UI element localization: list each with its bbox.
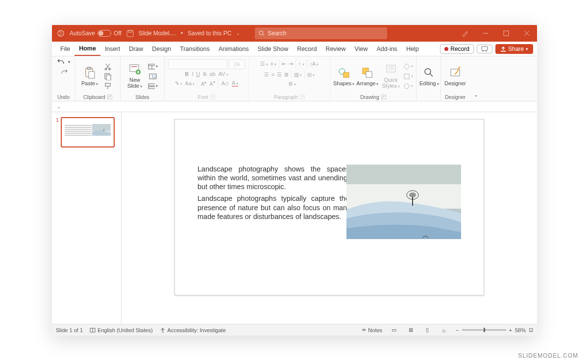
slide[interactable]: Landscape photography shows the spaces w… <box>174 119 484 295</box>
new-slide-button[interactable]: New Slide <box>123 63 146 89</box>
zoom-out-button[interactable]: − <box>456 327 459 333</box>
spacing-button[interactable]: AV <box>219 71 228 77</box>
cut-button[interactable] <box>103 62 113 71</box>
tab-insert[interactable]: Insert <box>100 42 124 56</box>
reset-button[interactable] <box>148 72 158 81</box>
tab-slideshow[interactable]: Slide Show <box>253 42 293 56</box>
text-direction-button[interactable]: ↕A <box>310 61 319 67</box>
search-input[interactable]: Search <box>255 27 387 39</box>
font-launcher[interactable]: ⤢ <box>210 95 215 99</box>
pen-icon[interactable] <box>455 25 475 42</box>
strike-button[interactable]: S <box>203 71 206 77</box>
designer-button[interactable]: Designer <box>444 67 466 86</box>
ribbon-collapse-chevron[interactable]: ⌄ <box>474 92 478 98</box>
tab-design[interactable]: Design <box>147 42 175 56</box>
fit-to-window-button[interactable]: ⊡ <box>529 327 533 333</box>
paste-button[interactable]: Paste <box>78 67 101 86</box>
line-spacing-button[interactable]: ↕ <box>298 61 304 67</box>
bullet: • <box>181 30 183 37</box>
present-button[interactable] <box>477 45 492 53</box>
arrange-button[interactable]: Arrange <box>356 67 378 86</box>
share-button[interactable]: Share ▾ <box>495 44 533 54</box>
font-color-button[interactable]: A <box>232 80 238 87</box>
paragraph-launcher[interactable]: ⤢ <box>300 95 305 99</box>
shapes-button[interactable]: Shapes <box>333 67 354 86</box>
slide-paragraph-2: Landscape photographs typically capture … <box>197 194 349 220</box>
qat-row: ⌄ <box>52 101 537 112</box>
redo-button[interactable] <box>59 67 69 76</box>
qat-chevron-icon[interactable]: ⌄ <box>57 104 61 109</box>
underline-button[interactable]: U <box>196 71 200 77</box>
tab-draw[interactable]: Draw <box>124 42 147 56</box>
group-label-undo: Undo <box>55 94 72 100</box>
tab-review[interactable]: Review <box>321 42 350 56</box>
tab-home[interactable]: Home <box>74 42 100 56</box>
maximize-button[interactable] <box>496 25 516 42</box>
justify-button[interactable]: ≣ <box>284 72 289 78</box>
font-size-input[interactable]: 24 <box>228 59 245 69</box>
toggle-switch[interactable] <box>98 30 111 37</box>
tab-view[interactable]: View <box>350 42 372 56</box>
accessibility-status[interactable]: Accessibility: Investigate <box>160 327 226 333</box>
slide-thumbnail-1[interactable] <box>61 117 115 147</box>
layout-button[interactable] <box>148 62 158 71</box>
shadow-button[interactable]: ab <box>210 71 216 77</box>
tab-animations[interactable]: Animations <box>214 42 253 56</box>
zoom-slider[interactable] <box>462 329 506 331</box>
slide-image[interactable] <box>346 165 461 239</box>
shape-outline-button[interactable] <box>403 72 413 81</box>
zoom-in-button[interactable]: + <box>509 327 512 333</box>
align-center-button[interactable]: ≡ <box>271 72 274 77</box>
normal-view-button[interactable]: ▭ <box>389 327 399 333</box>
case-button[interactable]: Aa <box>185 80 195 86</box>
align-right-button[interactable]: ☰ <box>277 72 282 78</box>
tab-transitions[interactable]: Transitions <box>175 42 214 56</box>
notes-button[interactable]: ≐Notes <box>362 327 382 333</box>
tab-addins[interactable]: Add-ins <box>372 42 401 56</box>
reading-view-button[interactable]: ▯ <box>422 327 432 333</box>
bullets-button[interactable]: ☰ <box>260 61 268 67</box>
tab-record[interactable]: Record <box>293 42 321 56</box>
close-button[interactable] <box>516 25 537 42</box>
format-painter-button[interactable] <box>103 82 113 91</box>
drawing-launcher[interactable]: ⤢ <box>381 95 386 99</box>
language-indicator[interactable]: English (United States) <box>90 327 153 333</box>
decrease-font-button[interactable]: A▾ <box>209 80 215 87</box>
copy-button[interactable] <box>103 72 113 81</box>
align-text-button[interactable]: ⊟ <box>307 72 315 78</box>
decrease-indent-button[interactable]: ⇤ <box>282 61 286 67</box>
editing-button[interactable]: Editing <box>419 67 439 86</box>
save-icon[interactable] <box>126 30 134 37</box>
sorter-view-button[interactable]: ⊞ <box>406 327 416 333</box>
increase-font-button[interactable]: A▴ <box>201 80 206 87</box>
minimize-button[interactable] <box>475 25 496 42</box>
slide-canvas[interactable]: Landscape photography shows the spaces w… <box>122 112 537 324</box>
bold-button[interactable]: B <box>185 71 189 77</box>
autosave-toggle[interactable]: AutoSave Off <box>70 30 122 37</box>
numbering-button[interactable]: ≡ <box>270 61 276 67</box>
autosave-state: Off <box>114 30 122 37</box>
powerpoint-window: AutoSave Off Slide Model.... • Saved to … <box>52 25 537 336</box>
clipboard-launcher[interactable]: ⤢ <box>107 95 112 99</box>
quick-styles-button[interactable]: Quick Styles <box>380 63 401 89</box>
undo-button[interactable]: ▾ <box>57 58 70 65</box>
align-left-button[interactable]: ☰ <box>264 72 269 78</box>
record-button[interactable]: Record <box>440 44 474 54</box>
zoom-level[interactable]: 58% <box>515 327 526 333</box>
smartart-button[interactable]: ⚙ <box>288 81 296 87</box>
save-status-chevron[interactable]: ⌄ <box>236 31 240 36</box>
highlight-button[interactable]: ✎ <box>175 80 182 87</box>
clear-format-button[interactable]: A◇ <box>221 80 229 87</box>
columns-button[interactable]: ▥ <box>294 72 302 78</box>
slide-text-box[interactable]: Landscape photography shows the spaces w… <box>197 165 349 224</box>
increase-indent-button[interactable]: ⇥ <box>289 61 293 67</box>
section-button[interactable] <box>148 82 158 91</box>
shape-fill-button[interactable] <box>403 62 413 71</box>
font-family-input[interactable] <box>168 59 227 69</box>
tab-file[interactable]: File <box>56 42 74 56</box>
italic-button[interactable]: I <box>192 71 193 77</box>
shape-effects-button[interactable] <box>403 82 413 91</box>
slide-counter[interactable]: Slide 1 of 1 <box>56 327 83 333</box>
tab-help[interactable]: Help <box>402 42 423 56</box>
slideshow-view-button[interactable]: ⏢ <box>439 327 449 333</box>
